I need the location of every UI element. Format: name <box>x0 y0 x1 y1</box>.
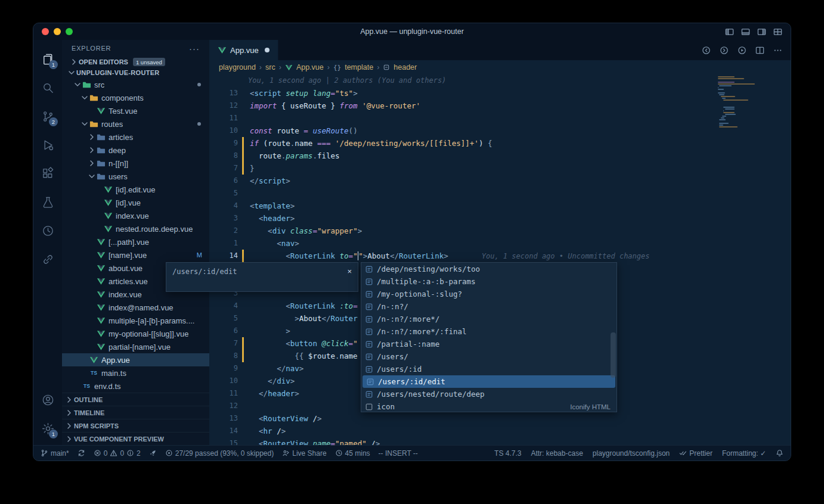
toggle-panel-icon[interactable] <box>741 27 750 36</box>
customize-layout-icon[interactable] <box>773 27 782 36</box>
tree-item-env.d.ts[interactable]: TSenv.d.ts <box>62 379 209 393</box>
tree-item-[...path].vue[interactable]: [...path].vue <box>62 235 209 248</box>
code-line-14[interactable]: 14 <hr /> <box>209 425 791 437</box>
tab-app-vue[interactable]: App.vue <box>209 40 278 60</box>
suggest-scrollbar[interactable] <box>611 332 616 378</box>
tree-item-nested.route.deep.vue[interactable]: nested.route.deep.vue <box>62 222 209 235</box>
attr-case-status[interactable]: Attr: kebab-case <box>531 449 583 458</box>
minimap[interactable] <box>718 76 782 128</box>
activity-run-debug[interactable] <box>33 130 62 159</box>
tree-item-[id].vue[interactable]: [id].vue <box>62 196 209 209</box>
unsaved-dot[interactable] <box>265 48 269 52</box>
tree-item-index.vue[interactable]: index.vue <box>62 209 209 222</box>
minimize-window-button[interactable] <box>54 28 61 35</box>
settings-button[interactable]: 1 <box>33 414 62 443</box>
git-branch-status[interactable]: main* <box>41 449 69 458</box>
tsconfig-status[interactable]: playground/tsconfig.json <box>593 449 670 458</box>
navigate-forward-icon[interactable] <box>720 46 729 55</box>
tree-item-deep[interactable]: deep <box>62 144 209 157</box>
toggle-primary-sidebar-icon[interactable] <box>725 27 734 36</box>
suggest-item-/users/:id/edit[interactable]: /users/:id/edit <box>363 375 615 388</box>
activity-live-share[interactable] <box>33 245 62 273</box>
suggest-item-/n-:n?/:more*/:final[interactable]: /n-:n?/:more*/:final <box>361 325 617 338</box>
activity-explorer[interactable]: 1 <box>33 45 62 73</box>
close-window-button[interactable] <box>42 28 49 35</box>
live-share-status[interactable]: Live Share <box>282 449 326 458</box>
code-line-7[interactable]: 7} <box>209 162 791 175</box>
sync-status[interactable] <box>78 449 85 457</box>
formatting-status[interactable]: Formatting: ✓ <box>722 449 766 458</box>
suggest-item-/users/nested/route/deep[interactable]: /users/nested/route/deep <box>361 388 617 400</box>
close-icon[interactable]: × <box>347 267 352 275</box>
views-more-actions-icon[interactable]: ··· <box>189 43 200 54</box>
tree-item-main.ts[interactable]: TSmain.ts <box>62 366 209 379</box>
tree-item-src[interactable]: src <box>62 78 209 91</box>
suggest-item-/n-:n?/[interactable]: /n-:n?/ <box>361 300 617 313</box>
problems-status[interactable]: 0 0 2 <box>94 449 141 458</box>
timer-status[interactable]: 45 mins <box>335 449 370 458</box>
tree-item-n-[[n]][interactable]: n-[[n]] <box>62 157 209 170</box>
suggest-item-/users/:id[interactable]: /users/:id <box>361 363 617 375</box>
suggest-item-icon[interactable]: iconIconify HTML <box>361 400 617 412</box>
suggest-item-/deep/nesting/works/too[interactable]: /deep/nesting/works/too <box>361 263 617 275</box>
code-line-9[interactable]: 9if (route.name === '/deep/nesting/works… <box>209 137 791 150</box>
activity-extensions[interactable] <box>33 159 62 188</box>
tree-item-index@named.vue[interactable]: index@named.vue <box>62 301 209 314</box>
code-line-5[interactable]: 5 <box>209 187 791 200</box>
tree-item-multiple-[a]-[b]-params....[interactable]: multiple-[a]-[b]-params.... <box>62 314 209 327</box>
section-npm-scripts[interactable]: NPM SCRIPTS <box>62 419 209 432</box>
code-line-2[interactable]: 2 <div class="wrapper"> <box>209 225 791 237</box>
code-line-13[interactable]: 13<script setup lang="ts"> <box>209 87 791 99</box>
ts-version-status[interactable]: TS 4.7.3 <box>494 449 521 458</box>
project-root-header[interactable]: UNPLUGIN-VUE-ROUTER <box>62 67 209 78</box>
tree-item-users[interactable]: users <box>62 170 209 183</box>
split-editor-icon[interactable] <box>755 46 764 55</box>
navigate-back-icon[interactable] <box>702 46 711 55</box>
breadcrumb-src[interactable]: src <box>265 63 275 71</box>
suggest-item-/n-:n?/:more*/[interactable]: /n-:n?/:more*/ <box>361 313 617 325</box>
activity-search[interactable] <box>33 73 62 102</box>
section-vue-component-preview[interactable]: VUE COMPONENT PREVIEW <box>62 432 209 445</box>
code-line-11[interactable]: 11 <box>209 112 791 125</box>
zoom-window-button[interactable] <box>66 28 73 35</box>
code-line-10[interactable]: 10const route = useRoute() <box>209 125 791 137</box>
tree-item-Test.vue[interactable]: Test.vue <box>62 104 209 117</box>
activity-testing[interactable] <box>33 188 62 216</box>
code-line-3[interactable]: 3 <header> <box>209 212 791 225</box>
activity-source-control[interactable]: 2 <box>33 102 62 130</box>
code-line-14[interactable]: 14 <RouterLink to="">About</RouterLink>Y… <box>209 250 791 262</box>
launch-status[interactable] <box>149 449 157 457</box>
test-results-status[interactable]: 27/29 passed (93%, 0 skipped) <box>165 449 274 458</box>
suggest-item-/multiple-:a-:b-params[interactable]: /multiple-:a-:b-params <box>361 275 617 288</box>
tree-item-[id].edit.vue[interactable]: [id].edit.vue <box>62 183 209 196</box>
tree-item-routes[interactable]: routes <box>62 117 209 130</box>
code-line-12[interactable]: 12import { useRoute } from '@vue-router' <box>209 99 791 112</box>
tree-item-articles[interactable]: articles <box>62 130 209 144</box>
code-line-8[interactable]: 8 route.params.files <box>209 150 791 162</box>
more-actions-icon[interactable] <box>773 46 782 55</box>
prettier-status[interactable]: Prettier <box>679 449 713 458</box>
vim-mode-status[interactable]: -- INSERT -- <box>379 449 418 458</box>
tree-item-[name].vue[interactable]: [name].vueM <box>62 248 209 262</box>
run-file-icon[interactable] <box>738 46 746 55</box>
code-line-1[interactable]: 1 <nav> <box>209 237 791 250</box>
notifications-status[interactable] <box>776 449 783 457</box>
code-line-6[interactable]: 6</script> <box>209 175 791 187</box>
breadcrumb-header[interactable]: header <box>394 63 417 71</box>
suggest-item-/users/[interactable]: /users/ <box>361 350 617 363</box>
section-timeline[interactable]: TIMELINE <box>62 406 209 419</box>
tree-item-my-optional-[[slug]].vue[interactable]: my-optional-[[slug]].vue <box>62 327 209 340</box>
breadcrumb-app-vue[interactable]: App.vue <box>296 63 324 71</box>
open-editors-header[interactable]: OPEN EDITORS 1 unsaved <box>62 57 209 67</box>
section-outline[interactable]: OUTLINE <box>62 393 209 406</box>
suggest-item-/my-optional-:slug?[interactable]: /my-optional-:slug? <box>361 288 617 300</box>
breadcrumb-template[interactable]: template <box>345 63 373 71</box>
tree-item-components[interactable]: components <box>62 91 209 104</box>
tree-item-App.vue[interactable]: App.vue <box>62 353 209 366</box>
code-line-4[interactable]: 4<template> <box>209 200 791 212</box>
suggest-item-/partial-:name[interactable]: /partial-:name <box>361 338 617 350</box>
code-line-13[interactable]: 13 <RouterView /> <box>209 412 791 425</box>
activity-time-tracker[interactable] <box>33 216 62 245</box>
breadcrumb-playground[interactable]: playground <box>219 63 256 71</box>
toggle-secondary-sidebar-icon[interactable] <box>757 27 766 36</box>
